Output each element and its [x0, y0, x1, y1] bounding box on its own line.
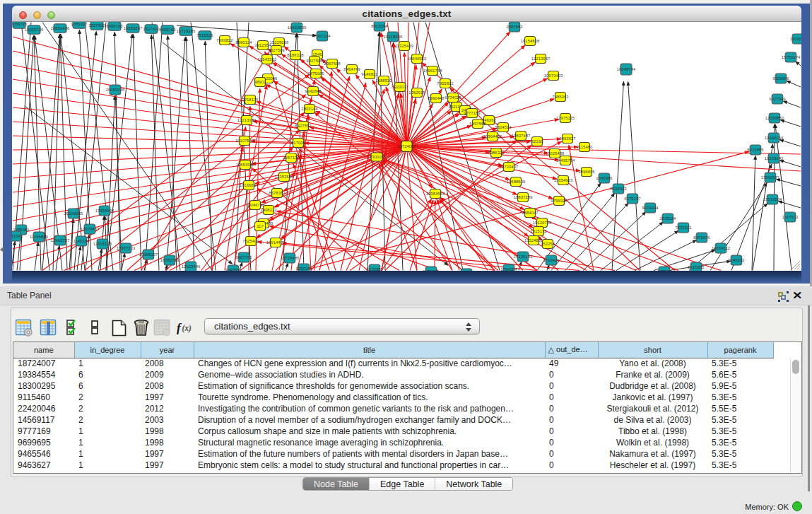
svg-text:1527602: 1527602 — [143, 27, 160, 31]
svg-text:8215955: 8215955 — [366, 267, 383, 271]
svg-text:2935114: 2935114 — [660, 216, 677, 221]
svg-text:10975867: 10975867 — [81, 227, 100, 231]
svg-text:16648784: 16648784 — [617, 67, 636, 71]
svg-text:8660124: 8660124 — [235, 40, 252, 45]
svg-text:9457791: 9457791 — [235, 255, 252, 259]
svg-text:1733426: 1733426 — [543, 258, 560, 262]
svg-text:1651421: 1651421 — [423, 269, 440, 271]
svg-text:15226058: 15226058 — [270, 40, 289, 45]
svg-text:9474444: 9474444 — [642, 206, 659, 210]
svg-text:117: 117 — [257, 224, 264, 228]
svg-text:11156829: 11156829 — [30, 235, 48, 239]
svg-text:391541: 391541 — [12, 234, 23, 238]
svg-text:12942757: 12942757 — [51, 238, 70, 243]
svg-text:2718176: 2718176 — [242, 98, 259, 102]
svg-text:2055726: 2055726 — [12, 22, 28, 26]
svg-text:1167533: 1167533 — [782, 215, 799, 219]
svg-text:12093852: 12093852 — [765, 116, 784, 120]
svg-text:10107553: 10107553 — [235, 139, 254, 143]
svg-text:9243502: 9243502 — [225, 268, 242, 271]
svg-text:19384554: 19384554 — [426, 192, 445, 196]
svg-text:12975115: 12975115 — [556, 116, 575, 120]
svg-text:16914479: 16914479 — [266, 240, 286, 245]
svg-text:16961758: 16961758 — [423, 69, 442, 73]
svg-text:15716485: 15716485 — [281, 256, 300, 260]
svg-text:10654112: 10654112 — [712, 246, 731, 250]
svg-text:12353594: 12353594 — [275, 175, 294, 179]
svg-text:8990448: 8990448 — [428, 96, 445, 100]
svg-text:9463627: 9463627 — [559, 136, 576, 141]
svg-text:1145194: 1145194 — [73, 239, 90, 243]
svg-text:14495794: 14495794 — [556, 158, 575, 163]
svg-text:8471676: 8471676 — [693, 235, 710, 240]
svg-text:9327509: 9327509 — [268, 48, 285, 52]
svg-text:62160: 62160 — [531, 139, 543, 144]
svg-text:6466160: 6466160 — [159, 28, 176, 32]
svg-text:11325419: 11325419 — [395, 44, 414, 48]
svg-text:12505135: 12505135 — [93, 242, 112, 246]
svg-text:18724007: 18724007 — [397, 144, 416, 148]
svg-text:9115460: 9115460 — [577, 145, 594, 149]
svg-text:19120746: 19120746 — [533, 221, 552, 225]
svg-text:3624534: 3624534 — [495, 125, 512, 129]
svg-text:7485063: 7485063 — [552, 95, 569, 99]
svg-text:817006: 817006 — [291, 141, 306, 145]
svg-text:19218506: 19218506 — [384, 35, 403, 39]
svg-text:10719185: 10719185 — [177, 29, 196, 33]
svg-text:9699695: 9699695 — [578, 170, 595, 174]
svg-text:8186328: 8186328 — [287, 53, 304, 57]
svg-text:98901: 98901 — [254, 80, 266, 84]
svg-text:6379197: 6379197 — [624, 197, 641, 201]
svg-text:2367608: 2367608 — [324, 62, 341, 66]
svg-text:8322037: 8322037 — [392, 85, 408, 89]
svg-text:15751074: 15751074 — [782, 55, 801, 59]
svg-text:8938923: 8938923 — [610, 187, 627, 191]
svg-text:7625402: 7625402 — [242, 239, 259, 243]
svg-text:1498222: 1498222 — [260, 208, 277, 212]
svg-text:7357224: 7357224 — [314, 34, 331, 38]
svg-text:7955812: 7955812 — [437, 81, 454, 86]
svg-text:1588520: 1588520 — [375, 78, 392, 83]
svg-text:6734028: 6734028 — [445, 95, 461, 100]
svg-text:19654985: 19654985 — [236, 163, 255, 167]
svg-text:9777169: 9777169 — [464, 111, 481, 115]
svg-text:13692971: 13692971 — [761, 175, 780, 180]
svg-text:12213967: 12213967 — [531, 57, 551, 61]
svg-text:8215955: 8215955 — [688, 265, 705, 269]
svg-text:8215955: 8215955 — [747, 148, 764, 152]
svg-text:14055726: 14055726 — [25, 28, 44, 32]
svg-text:6466160: 6466160 — [106, 24, 123, 28]
svg-text:1362615: 1362615 — [408, 90, 425, 95]
svg-text:9245032: 9245032 — [728, 258, 745, 262]
svg-text:17957223: 17957223 — [117, 246, 136, 250]
svg-text:10025488: 10025488 — [546, 151, 565, 156]
svg-text:20364436: 20364436 — [483, 134, 502, 139]
svg-text:9329966: 9329966 — [772, 76, 789, 81]
svg-text:6497568: 6497568 — [469, 122, 486, 126]
svg-text:173342: 173342 — [657, 269, 672, 271]
svg-text:10973493: 10973493 — [544, 74, 563, 78]
svg-text:7663822: 7663822 — [216, 38, 233, 42]
svg-text:19166827: 19166827 — [240, 183, 259, 187]
svg-text:10543362: 10543362 — [258, 57, 277, 62]
svg-text:9684047: 9684047 — [522, 211, 539, 215]
svg-text:18640910: 18640910 — [408, 57, 427, 61]
svg-text:3875685: 3875685 — [307, 71, 324, 76]
svg-text:7515526: 7515526 — [196, 33, 213, 37]
svg-text:13654923: 13654923 — [554, 178, 573, 182]
svg-text:20206535: 20206535 — [64, 211, 83, 216]
svg-text:17359934: 17359934 — [95, 209, 114, 213]
svg-text:1527602: 1527602 — [88, 23, 105, 28]
svg-text:1112093: 1112093 — [790, 37, 801, 41]
svg-text:16033809: 16033809 — [288, 25, 307, 30]
svg-text:7632621: 7632621 — [675, 226, 692, 230]
svg-text:3267130: 3267130 — [283, 156, 300, 160]
svg-text:20053345: 20053345 — [106, 88, 125, 92]
svg-text:1615172: 1615172 — [530, 229, 547, 233]
svg-text:10958107: 10958107 — [139, 252, 158, 257]
svg-text:8678352: 8678352 — [269, 191, 286, 195]
svg-text:8813054: 8813054 — [371, 24, 388, 28]
svg-text:7986322: 7986322 — [488, 151, 505, 155]
svg-text:8454749: 8454749 — [343, 67, 360, 71]
svg-text:10046788: 10046788 — [246, 203, 265, 207]
